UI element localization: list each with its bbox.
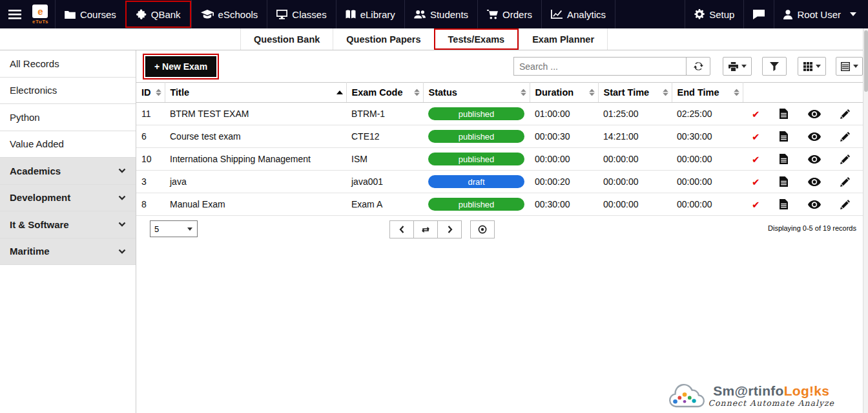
new-exam-button[interactable]: + New Exam (145, 56, 216, 77)
table-header-row: ID Title Exam Code Status (136, 83, 863, 103)
column-header-duration[interactable]: Duration (530, 83, 598, 103)
pencil-icon[interactable] (840, 200, 850, 209)
document-icon[interactable] (780, 109, 788, 119)
nav-eschools[interactable]: eSchools (191, 0, 267, 28)
document-icon[interactable] (780, 176, 788, 187)
row-actions: ✔ (748, 199, 858, 209)
search-input[interactable] (513, 57, 687, 76)
exam-row: 11 BTRM TEST EXAM BTRM-1 published 01:00… (136, 103, 863, 125)
nav-setup[interactable]: Setup (685, 0, 743, 28)
sidebar-group-development[interactable]: Development (0, 185, 136, 212)
cell-title: BTRM TEST EXAM (165, 103, 346, 125)
view-menu-button[interactable] (836, 57, 863, 76)
status-badge: published (428, 153, 524, 165)
approve-check-icon[interactable]: ✔ (752, 154, 760, 164)
nav-label: Analytics (567, 9, 606, 20)
document-icon[interactable] (780, 131, 788, 142)
brand-name: eTuTs (32, 19, 48, 25)
topbar: e eTuTs Courses QBank eSchools Classes e… (0, 0, 868, 28)
document-icon[interactable] (780, 199, 788, 209)
column-header-exam-code[interactable]: Exam Code (346, 83, 423, 103)
cell-status: published (423, 148, 530, 171)
columns-menu-button[interactable] (798, 57, 826, 76)
nav-qbank[interactable]: QBank (125, 1, 191, 28)
sort-both-icon (589, 89, 595, 96)
reload-list-button[interactable] (413, 220, 438, 238)
column-label: Status (429, 87, 457, 98)
eye-icon[interactable] (808, 200, 821, 209)
column-header-end-time[interactable]: End Time (672, 83, 743, 103)
column-header-id[interactable]: ID (136, 83, 165, 103)
exam-row: 3 java java001 draft 00:00:20 00:00:00 0… (136, 171, 863, 193)
brand-logo[interactable]: e eTuTs (30, 0, 55, 28)
sidebar-group-it-software[interactable]: It & Software (0, 211, 136, 238)
nav-orders[interactable]: Orders (477, 0, 541, 28)
tab-exam-planner[interactable]: Exam Planner (519, 28, 608, 50)
filter-button[interactable] (762, 57, 787, 76)
sidebar-item-electronics[interactable]: Electronics (0, 78, 136, 105)
cart-icon (487, 10, 498, 19)
pencil-icon[interactable] (840, 177, 850, 187)
pencil-icon[interactable] (840, 154, 850, 164)
vertical-scrollbar-thumb[interactable] (864, 30, 868, 92)
hamburger-menu-icon[interactable] (0, 0, 30, 28)
approve-check-icon[interactable]: ✔ (752, 177, 760, 187)
tab-tests-exams[interactable]: Tests/Exams (434, 28, 519, 50)
nav-courses[interactable]: Courses (55, 0, 125, 28)
pencil-icon[interactable] (840, 132, 850, 142)
cell-duration: 00:30:00 (530, 193, 598, 216)
next-page-button[interactable] (437, 220, 462, 238)
chat-button[interactable] (743, 0, 774, 28)
pencil-icon[interactable] (840, 109, 850, 119)
print-menu-button[interactable] (723, 57, 752, 76)
sidebar-item-all-records[interactable]: All Records (0, 50, 136, 78)
row-actions: ✔ (748, 154, 858, 164)
column-header-title[interactable]: Title (165, 83, 346, 103)
row-actions: ✔ (748, 176, 858, 187)
cell-start-time: 01:25:00 (598, 103, 672, 125)
approve-check-icon[interactable]: ✔ (752, 132, 760, 142)
cell-end-time: 02:25:00 (672, 103, 743, 125)
refresh-button[interactable] (686, 57, 710, 76)
vendor-name: Sm@rtinfoLog!ks (713, 384, 829, 398)
sidebar-group-maritime[interactable]: Maritime (0, 238, 136, 266)
eye-icon[interactable] (808, 155, 821, 164)
sidebar-item-value-added[interactable]: Value Added (0, 131, 136, 158)
sidebar-item-python[interactable]: Python (0, 104, 136, 131)
prev-page-button[interactable] (389, 220, 414, 238)
goto-current-button[interactable] (470, 220, 495, 238)
column-label: Duration (535, 87, 574, 98)
column-header-status[interactable]: Status (423, 83, 530, 103)
sidebar-label: All Records (10, 58, 59, 69)
nav-label: Students (430, 9, 468, 20)
page-size-select[interactable]: 5 (150, 221, 197, 237)
nav-classes[interactable]: Classes (267, 0, 335, 28)
document-icon[interactable] (780, 154, 788, 164)
column-label: Title (170, 87, 190, 98)
cell-exam-code: java001 (346, 171, 423, 193)
list-view-icon (841, 62, 850, 71)
eye-icon[interactable] (808, 178, 821, 186)
column-header-actions (743, 83, 863, 103)
chevron-left-icon (399, 226, 405, 233)
approve-check-icon[interactable]: ✔ (752, 109, 760, 119)
vertical-scrollbar-track[interactable] (863, 28, 868, 413)
chevron-down-icon (853, 65, 858, 68)
tab-question-papers[interactable]: Question Papers (333, 28, 433, 50)
nav-analytics[interactable]: Analytics (541, 0, 615, 28)
row-actions: ✔ (748, 131, 858, 142)
user-menu[interactable]: Root User (774, 0, 868, 28)
column-header-start-time[interactable]: Start Time (598, 83, 672, 103)
eye-icon[interactable] (808, 132, 821, 141)
sidebar-group-academics[interactable]: Academics (0, 158, 136, 185)
tab-question-bank[interactable]: Question Bank (240, 28, 333, 50)
status-badge: draft (428, 175, 524, 188)
approve-check-icon[interactable]: ✔ (752, 200, 760, 209)
nav-elibrary[interactable]: eLibrary (336, 0, 404, 28)
line-chart-icon (551, 10, 563, 19)
sidebar-label: Development (10, 192, 70, 203)
cell-start-time: 14:21:00 (598, 125, 672, 148)
cell-duration: 00:00:20 (530, 171, 598, 193)
eye-icon[interactable] (808, 110, 821, 118)
nav-students[interactable]: Students (404, 0, 477, 28)
